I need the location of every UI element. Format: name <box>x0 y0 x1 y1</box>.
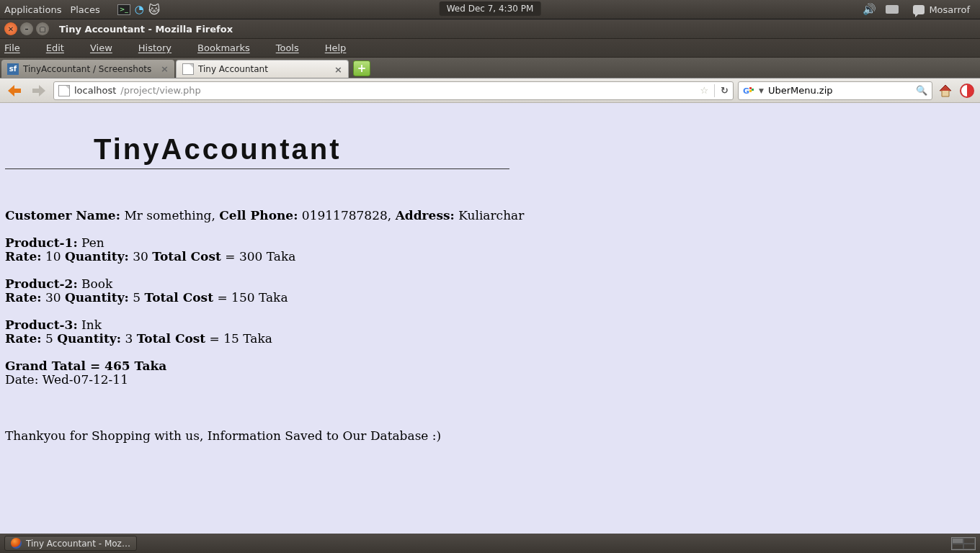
firefox-launcher-icon[interactable] <box>109 4 113 15</box>
product-1-line: Product-1: Pen Rate: 10 Quantity: 30 Tot… <box>5 236 975 264</box>
svg-text:G: G <box>743 86 749 96</box>
product-3-line: Product-3: Ink Rate: 5 Quantity: 3 Total… <box>5 318 975 346</box>
firefox-navbar: localhost/project/view.php ☆ ↻ G ▼ UberM… <box>0 78 980 103</box>
home-button[interactable] <box>937 82 954 99</box>
keyboard-indicator-icon[interactable] <box>884 3 900 16</box>
bookmark-star-icon[interactable]: ☆ <box>700 85 708 96</box>
menu-help[interactable]: Help <box>325 42 360 53</box>
reload-icon[interactable]: ↻ <box>721 85 729 96</box>
window-close-button[interactable]: ✕ <box>4 22 17 35</box>
svg-rect-3 <box>749 90 752 92</box>
app-launcher-icon-2[interactable]: 🐱 <box>148 3 161 17</box>
tab-close-icon[interactable]: × <box>161 63 169 74</box>
window-title: Tiny Accountant - Mozilla Firefox <box>59 24 233 35</box>
gnome-bottom-panel: Tiny Accountant - Moz… <box>0 534 980 553</box>
page-favicon-icon <box>58 85 70 96</box>
clock[interactable]: Wed Dec 7, 4:30 PM <box>440 1 541 16</box>
url-bar[interactable]: localhost/project/view.php ☆ ↻ <box>53 81 734 100</box>
grand-total-line: Grand Tatal = 465 Taka Date: Wed-07-12-1… <box>5 359 975 387</box>
back-arrow-icon <box>6 84 22 98</box>
menu-edit[interactable]: Edit <box>46 42 77 53</box>
terminal-launcher-icon[interactable]: >_ <box>117 4 130 15</box>
url-host: localhost <box>74 85 116 96</box>
google-favicon-icon: G <box>743 85 754 96</box>
search-engine-dropdown-icon[interactable]: ▼ <box>759 87 764 94</box>
chat-icon <box>913 5 925 14</box>
tab-inactive[interactable]: sf TinyAccountant / Screenshots × <box>1 60 174 78</box>
search-bar[interactable]: G ▼ UberMenu.zip 🔍 <box>738 81 932 100</box>
addon-icon <box>960 84 974 98</box>
divider <box>714 84 715 97</box>
page-favicon-icon <box>182 63 194 75</box>
addon-button[interactable] <box>958 82 976 99</box>
sourceforge-favicon-icon: sf <box>7 63 19 75</box>
window-minimize-button[interactable]: – <box>20 22 33 35</box>
user-menu[interactable]: Mosarrof <box>907 4 976 15</box>
menu-file[interactable]: File <box>4 42 33 53</box>
forward-arrow-icon <box>31 84 47 98</box>
page-content: TinyAccountant Customer Name: Mr somethi… <box>0 103 980 534</box>
app-launcher-icon[interactable]: ◔ <box>135 3 144 16</box>
svg-rect-2 <box>749 87 752 89</box>
tab-active[interactable]: Tiny Accountant × <box>176 60 349 78</box>
home-icon <box>937 83 953 99</box>
menu-history[interactable]: History <box>138 42 184 53</box>
app-logo: TinyAccountant <box>0 133 980 166</box>
task-label: Tiny Accountant - Moz… <box>26 539 130 549</box>
url-path: /project/view.php <box>120 85 201 96</box>
taskbar-firefox-button[interactable]: Tiny Accountant - Moz… <box>4 536 137 551</box>
applications-menu[interactable]: Applications <box>4 4 61 15</box>
firefox-tabbar: sf TinyAccountant / Screenshots × Tiny A… <box>0 58 980 78</box>
product-2-line: Product-2: Book Rate: 30 Quantity: 5 Tot… <box>5 277 975 305</box>
firefox-menubar: File Edit View History Bookmarks Tools H… <box>0 39 980 58</box>
user-name: Mosarrof <box>929 4 970 15</box>
menu-bookmarks[interactable]: Bookmarks <box>197 42 263 53</box>
tab-label: Tiny Accountant <box>198 64 268 74</box>
menu-tools[interactable]: Tools <box>276 42 312 53</box>
firefox-icon <box>11 538 22 549</box>
menu-view[interactable]: View <box>90 42 125 53</box>
window-maximize-button[interactable]: ▢ <box>36 22 49 35</box>
search-value: UberMenu.zip <box>768 85 833 96</box>
customer-line: Customer Name: Mr something, Cell Phone:… <box>5 209 975 223</box>
search-go-icon[interactable]: 🔍 <box>916 85 927 96</box>
forward-button[interactable] <box>29 81 49 100</box>
tab-label: TinyAccountant / Screenshots <box>23 64 151 74</box>
gnome-top-panel: Applications Places >_ ◔ 🐱 Wed Dec 7, 4:… <box>0 0 980 19</box>
new-tab-button[interactable]: + <box>353 60 370 76</box>
tab-close-icon[interactable]: × <box>334 64 342 75</box>
volume-icon[interactable]: 🔊 <box>861 3 877 16</box>
thankyou-line: Thankyou for Shopping with us, Informati… <box>5 429 975 444</box>
back-button[interactable] <box>4 81 24 100</box>
svg-rect-4 <box>752 89 754 91</box>
workspace-switcher[interactable] <box>951 537 976 550</box>
places-menu[interactable]: Places <box>70 4 99 15</box>
window-titlebar: ✕ – ▢ Tiny Accountant - Mozilla Firefox <box>0 19 980 39</box>
